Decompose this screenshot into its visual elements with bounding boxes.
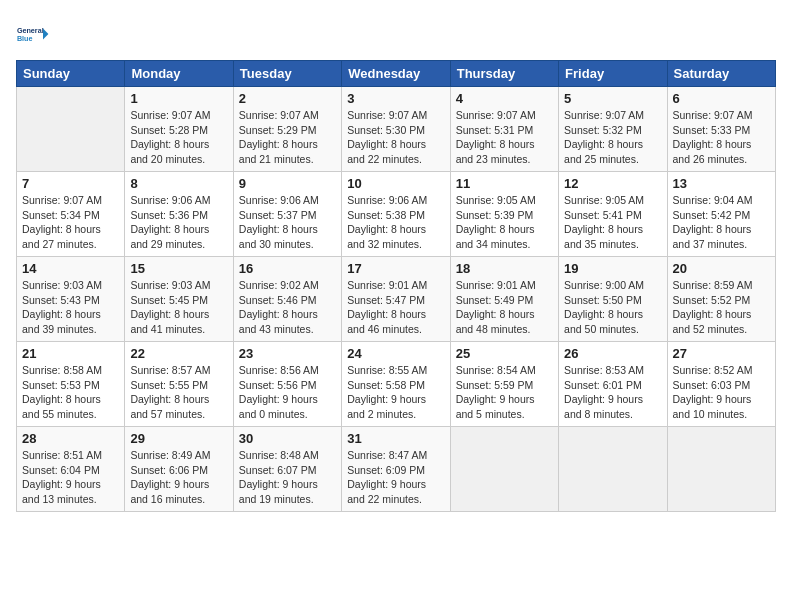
logo: GeneralBlue [16, 16, 52, 52]
day-number: 31 [347, 431, 444, 446]
day-info: Sunrise: 8:53 AM Sunset: 6:01 PM Dayligh… [564, 363, 661, 422]
calendar-cell: 29Sunrise: 8:49 AM Sunset: 6:06 PM Dayli… [125, 427, 233, 512]
day-number: 27 [673, 346, 770, 361]
day-number: 23 [239, 346, 336, 361]
day-number: 20 [673, 261, 770, 276]
day-number: 24 [347, 346, 444, 361]
svg-marker-2 [43, 29, 48, 40]
calendar-cell [450, 427, 558, 512]
day-info: Sunrise: 8:49 AM Sunset: 6:06 PM Dayligh… [130, 448, 227, 507]
day-info: Sunrise: 8:58 AM Sunset: 5:53 PM Dayligh… [22, 363, 119, 422]
weekday-header: Saturday [667, 61, 775, 87]
weekday-header-row: SundayMondayTuesdayWednesdayThursdayFrid… [17, 61, 776, 87]
calendar-week-row: 21Sunrise: 8:58 AM Sunset: 5:53 PM Dayli… [17, 342, 776, 427]
day-info: Sunrise: 9:07 AM Sunset: 5:28 PM Dayligh… [130, 108, 227, 167]
day-number: 22 [130, 346, 227, 361]
calendar-cell: 10Sunrise: 9:06 AM Sunset: 5:38 PM Dayli… [342, 172, 450, 257]
calendar-week-row: 1Sunrise: 9:07 AM Sunset: 5:28 PM Daylig… [17, 87, 776, 172]
calendar-cell: 28Sunrise: 8:51 AM Sunset: 6:04 PM Dayli… [17, 427, 125, 512]
day-number: 3 [347, 91, 444, 106]
day-info: Sunrise: 9:07 AM Sunset: 5:30 PM Dayligh… [347, 108, 444, 167]
calendar-cell: 16Sunrise: 9:02 AM Sunset: 5:46 PM Dayli… [233, 257, 341, 342]
weekday-header: Monday [125, 61, 233, 87]
day-info: Sunrise: 9:06 AM Sunset: 5:36 PM Dayligh… [130, 193, 227, 252]
calendar-cell: 14Sunrise: 9:03 AM Sunset: 5:43 PM Dayli… [17, 257, 125, 342]
day-number: 28 [22, 431, 119, 446]
calendar-cell: 31Sunrise: 8:47 AM Sunset: 6:09 PM Dayli… [342, 427, 450, 512]
day-info: Sunrise: 8:55 AM Sunset: 5:58 PM Dayligh… [347, 363, 444, 422]
day-number: 25 [456, 346, 553, 361]
day-number: 12 [564, 176, 661, 191]
calendar-cell: 9Sunrise: 9:06 AM Sunset: 5:37 PM Daylig… [233, 172, 341, 257]
svg-text:Blue: Blue [17, 34, 33, 43]
logo-icon: GeneralBlue [16, 16, 52, 52]
page-header: GeneralBlue [16, 16, 776, 52]
day-info: Sunrise: 9:04 AM Sunset: 5:42 PM Dayligh… [673, 193, 770, 252]
weekday-header: Sunday [17, 61, 125, 87]
day-info: Sunrise: 9:07 AM Sunset: 5:32 PM Dayligh… [564, 108, 661, 167]
weekday-header: Friday [559, 61, 667, 87]
day-number: 17 [347, 261, 444, 276]
day-info: Sunrise: 9:07 AM Sunset: 5:31 PM Dayligh… [456, 108, 553, 167]
day-info: Sunrise: 8:54 AM Sunset: 5:59 PM Dayligh… [456, 363, 553, 422]
day-number: 5 [564, 91, 661, 106]
day-info: Sunrise: 9:00 AM Sunset: 5:50 PM Dayligh… [564, 278, 661, 337]
calendar-cell: 27Sunrise: 8:52 AM Sunset: 6:03 PM Dayli… [667, 342, 775, 427]
day-number: 21 [22, 346, 119, 361]
calendar-week-row: 28Sunrise: 8:51 AM Sunset: 6:04 PM Dayli… [17, 427, 776, 512]
day-info: Sunrise: 8:59 AM Sunset: 5:52 PM Dayligh… [673, 278, 770, 337]
calendar-cell: 12Sunrise: 9:05 AM Sunset: 5:41 PM Dayli… [559, 172, 667, 257]
day-number: 1 [130, 91, 227, 106]
calendar-cell: 17Sunrise: 9:01 AM Sunset: 5:47 PM Dayli… [342, 257, 450, 342]
calendar-week-row: 7Sunrise: 9:07 AM Sunset: 5:34 PM Daylig… [17, 172, 776, 257]
calendar-cell: 22Sunrise: 8:57 AM Sunset: 5:55 PM Dayli… [125, 342, 233, 427]
calendar-cell: 11Sunrise: 9:05 AM Sunset: 5:39 PM Dayli… [450, 172, 558, 257]
day-number: 16 [239, 261, 336, 276]
day-info: Sunrise: 8:48 AM Sunset: 6:07 PM Dayligh… [239, 448, 336, 507]
day-number: 2 [239, 91, 336, 106]
day-number: 8 [130, 176, 227, 191]
calendar-cell: 8Sunrise: 9:06 AM Sunset: 5:36 PM Daylig… [125, 172, 233, 257]
day-number: 6 [673, 91, 770, 106]
day-number: 11 [456, 176, 553, 191]
day-number: 30 [239, 431, 336, 446]
day-number: 26 [564, 346, 661, 361]
day-info: Sunrise: 9:01 AM Sunset: 5:47 PM Dayligh… [347, 278, 444, 337]
day-number: 9 [239, 176, 336, 191]
calendar-cell [559, 427, 667, 512]
day-info: Sunrise: 9:06 AM Sunset: 5:37 PM Dayligh… [239, 193, 336, 252]
day-info: Sunrise: 9:03 AM Sunset: 5:45 PM Dayligh… [130, 278, 227, 337]
day-number: 7 [22, 176, 119, 191]
calendar-cell [17, 87, 125, 172]
day-info: Sunrise: 8:56 AM Sunset: 5:56 PM Dayligh… [239, 363, 336, 422]
day-info: Sunrise: 9:05 AM Sunset: 5:41 PM Dayligh… [564, 193, 661, 252]
calendar-cell: 7Sunrise: 9:07 AM Sunset: 5:34 PM Daylig… [17, 172, 125, 257]
day-number: 29 [130, 431, 227, 446]
day-number: 15 [130, 261, 227, 276]
day-info: Sunrise: 8:47 AM Sunset: 6:09 PM Dayligh… [347, 448, 444, 507]
calendar-cell: 13Sunrise: 9:04 AM Sunset: 5:42 PM Dayli… [667, 172, 775, 257]
day-number: 4 [456, 91, 553, 106]
day-number: 10 [347, 176, 444, 191]
calendar-cell: 23Sunrise: 8:56 AM Sunset: 5:56 PM Dayli… [233, 342, 341, 427]
weekday-header: Tuesday [233, 61, 341, 87]
day-info: Sunrise: 9:06 AM Sunset: 5:38 PM Dayligh… [347, 193, 444, 252]
day-info: Sunrise: 8:57 AM Sunset: 5:55 PM Dayligh… [130, 363, 227, 422]
calendar-cell: 15Sunrise: 9:03 AM Sunset: 5:45 PM Dayli… [125, 257, 233, 342]
day-info: Sunrise: 9:03 AM Sunset: 5:43 PM Dayligh… [22, 278, 119, 337]
weekday-header: Wednesday [342, 61, 450, 87]
calendar-cell: 21Sunrise: 8:58 AM Sunset: 5:53 PM Dayli… [17, 342, 125, 427]
day-info: Sunrise: 8:51 AM Sunset: 6:04 PM Dayligh… [22, 448, 119, 507]
calendar-cell: 3Sunrise: 9:07 AM Sunset: 5:30 PM Daylig… [342, 87, 450, 172]
day-info: Sunrise: 9:01 AM Sunset: 5:49 PM Dayligh… [456, 278, 553, 337]
calendar-cell: 26Sunrise: 8:53 AM Sunset: 6:01 PM Dayli… [559, 342, 667, 427]
calendar-cell: 18Sunrise: 9:01 AM Sunset: 5:49 PM Dayli… [450, 257, 558, 342]
calendar-week-row: 14Sunrise: 9:03 AM Sunset: 5:43 PM Dayli… [17, 257, 776, 342]
day-number: 13 [673, 176, 770, 191]
calendar-table: SundayMondayTuesdayWednesdayThursdayFrid… [16, 60, 776, 512]
day-number: 18 [456, 261, 553, 276]
calendar-cell: 2Sunrise: 9:07 AM Sunset: 5:29 PM Daylig… [233, 87, 341, 172]
calendar-cell: 6Sunrise: 9:07 AM Sunset: 5:33 PM Daylig… [667, 87, 775, 172]
day-info: Sunrise: 9:05 AM Sunset: 5:39 PM Dayligh… [456, 193, 553, 252]
day-info: Sunrise: 9:07 AM Sunset: 5:33 PM Dayligh… [673, 108, 770, 167]
